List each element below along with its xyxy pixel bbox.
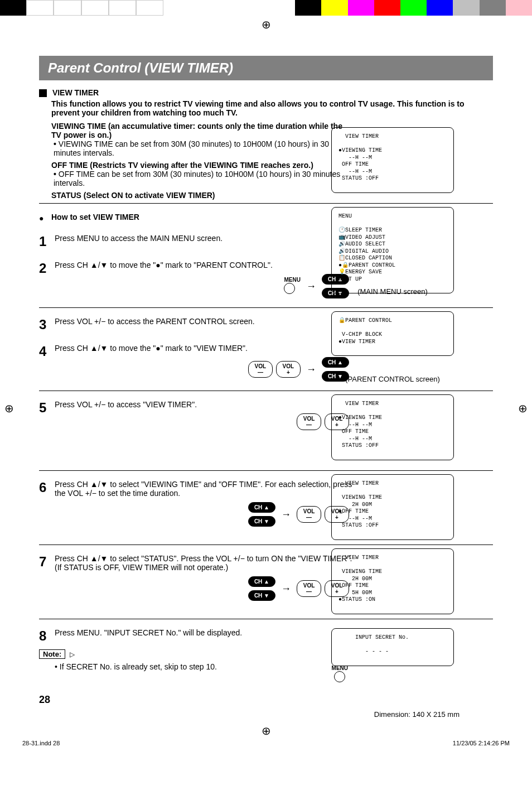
section-heading: VIEW TIMER (52, 88, 99, 97)
parent-control-caption: (PARENT CONTROL screen) (326, 375, 460, 383)
arrow-right-icon: → (306, 364, 316, 375)
print-timestamp: 11/23/05 2:14:26 PM (453, 740, 510, 746)
intro-text: This function allows you to restrict TV … (51, 99, 493, 117)
off-time-heading: OFF TIME (Restricts TV viewing after the… (51, 161, 348, 170)
arrow-right-icon: → (281, 509, 291, 521)
off-time-bullet: OFF TIME can be set from 30M (30 minutes… (54, 170, 348, 187)
step-8-text: Press MENU. "INPUT SECRET No." will be d… (55, 628, 242, 637)
menu-label: MENU (284, 277, 300, 283)
step-number: 2 (39, 261, 55, 276)
step-5-text: Press VOL +/− to access "VIEW TIMER". (55, 400, 197, 409)
ch-up-button: CH ▲ (322, 357, 349, 368)
square-bullet-icon (39, 89, 47, 97)
note-bullet-text: If SECRET No. is already set, skip to st… (60, 662, 217, 671)
step-number: 8 (39, 628, 55, 644)
vol-minus-button: VOL — (297, 580, 321, 597)
chevron-right-icon: ▷ (70, 651, 75, 658)
menu-button-icon (334, 671, 345, 682)
viewing-time-bullet: VIEWING TIME can be set from 30M (30 min… (54, 139, 348, 157)
step-6-text: Press CH ▲/▼ to select "VIEWING TIME" an… (55, 480, 352, 498)
step-2-text: Press CH ▲/▼ to move the "●" mark to "PA… (55, 261, 273, 269)
step-number: 5 (39, 400, 55, 416)
dimension-note: Dimension: 140 X 215 mm (39, 710, 460, 719)
step-4-text: Press CH ▲/▼ to move the "●" mark to "VI… (55, 344, 248, 353)
vol-minus-button: VOL — (248, 361, 273, 378)
osd-screen-view-timer-step7: VIEW TIMER VIEWING TIME 2H 00M OFF TIME … (331, 548, 454, 614)
osd-screen-main-menu: MENU 🕐SLEEP TIMER 📺VIDEO ADJUST 🔊AUDIO S… (331, 207, 454, 293)
osd-screen-parent-control: 🔒PARENT CONTROL V-CHIP BLOCK ●VIEW TIMER (331, 311, 454, 356)
registration-mark-icon: ⊕ (262, 724, 271, 738)
ch-up-button: CH ▲ (248, 502, 275, 513)
step-7-text: Press CH ▲/▼ to select "STATUS". Press t… (55, 554, 352, 572)
step-number: 4 (39, 344, 55, 359)
page-number: 28 (39, 694, 493, 706)
menu-button-icon (284, 283, 295, 294)
howto-heading: How to set VIEW TIMER (51, 213, 139, 221)
osd-screen-view-timer-step5: VIEW TIMER ●VIEWING TIME --H --M OFF TIM… (331, 394, 454, 460)
arrow-right-icon: → (281, 583, 291, 595)
page-title: Parent Control (VIEW TIMER) (39, 56, 493, 80)
status-heading: STATUS (Select ON to activate VIEW TIMER… (51, 191, 348, 200)
ch-down-button: CH ▼ (248, 516, 275, 527)
main-menu-caption: (MAIN MENU screen) (331, 287, 454, 296)
menu-label: MENU (332, 665, 348, 671)
registration-mark-icon: ⊕ (4, 402, 14, 415)
ch-down-button: CH ▼ (248, 590, 275, 601)
ch-up-button: CH ▲ (248, 576, 275, 587)
osd-screen-view-timer-step6: VIEW TIMER VIEWING TIME 2H 00M ●OFF TIME… (331, 474, 454, 540)
step-number: 1 (39, 234, 55, 249)
registration-mark-icon: ⊕ (262, 18, 271, 31)
arrow-right-icon: → (306, 281, 316, 292)
osd-screen-input-secret: INPUT SECRET No. - - - - (331, 628, 454, 666)
step-number: 3 (39, 317, 55, 333)
note-label: Note: (39, 649, 65, 659)
print-file-info: 28-31.indd 28 (22, 740, 60, 746)
step-number: 6 (39, 480, 55, 495)
osd-screen-view-timer-initial: VIEW TIMER ●VIEWING TIME --H --M OFF TIM… (331, 127, 454, 193)
color-registration-bar (0, 0, 532, 16)
vol-minus-button: VOL — (297, 413, 321, 430)
registration-mark-icon: ⊕ (518, 402, 528, 415)
vol-minus-button: VOL — (297, 506, 321, 523)
step-number: 7 (39, 554, 55, 570)
viewing-time-heading: VIEWING TIME (an accumulative timer: cou… (51, 122, 348, 139)
vol-plus-button: VOL + (276, 361, 301, 378)
bullet-icon (39, 213, 51, 223)
